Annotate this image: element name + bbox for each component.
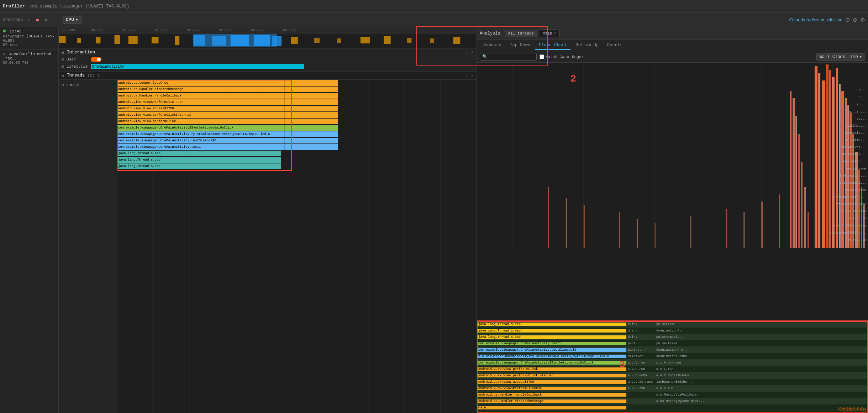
flame-chart-area[interactable]: o... d... in... in...in... se... rCallRo… (477, 63, 868, 413)
flame-block-click-internal: android.view.View.performClickInternal (117, 112, 285, 118)
flame-block-lambda0: com.example.viewpager.OneMainActivity.te… (117, 138, 285, 143)
threads-content: ⊟ ∨ main androis.os.Looper.loopOnce (59, 80, 477, 413)
tick-4: 02.000 (187, 28, 200, 32)
thread-flame-area[interactable]: androis.os.Looper.loopOnce androis.os.Ha… (117, 80, 477, 413)
detail-col3-2: dcAnimationCtr... (655, 329, 868, 333)
tab-events[interactable]: Events (604, 41, 626, 50)
stop-button[interactable]: ■ (35, 16, 40, 23)
svg-text:in...in...: in...in... (847, 110, 866, 114)
tab-close-icon[interactable]: × (554, 32, 556, 36)
close-button[interactable]: × (43, 16, 49, 23)
detail-row-5: com.example.viewpager.OneMainActivity.te… (477, 347, 868, 353)
analysis-label: Analysis (480, 31, 500, 36)
settings-icon[interactable]: ⚙ (860, 16, 865, 23)
match-case-label[interactable]: Match Case (540, 54, 569, 59)
detail-method-12: android.os.Handler.handleCallback (477, 393, 626, 397)
tab-summary[interactable]: Summary (480, 41, 505, 50)
svg-text:doAnimatic...: doAnimatic... (841, 160, 866, 163)
detail-method-9: android.v.ew.View.perfor-nClick.nterner (477, 374, 626, 377)
threads-chevron-icon[interactable]: ∧ (471, 73, 474, 78)
cpu-usage-svg (59, 34, 477, 47)
svg-rect-45 (829, 70, 831, 248)
threads-header: ⊟ Threads (2) ? ⋮ ∧ (59, 72, 477, 80)
threads-title: Threads (67, 73, 85, 78)
svg-rect-3 (96, 37, 100, 43)
svg-rect-30 (477, 63, 868, 248)
detail-method-14: main (477, 406, 626, 409)
tick-5: 02.500 (219, 28, 232, 32)
app-subtitle: com.example.viewpager (HUAWEI TAS-AL00) (29, 4, 129, 9)
lifecycle-row: ⊟ Lifecycle OneMainActivity (62, 63, 474, 70)
search-wrapper[interactable]: 🔍 (480, 53, 537, 61)
flame-block-dispatch: androis.os.Handler.dispatchMessage (117, 87, 285, 92)
detail-col3-10: lambda$new$0$Cho... (655, 380, 868, 384)
flame-block-blue11b (285, 144, 338, 150)
tab-all-threads[interactable]: All threads (505, 30, 538, 37)
detail-method-7: com.example.viewpager.OneMainActivity$Sy… (477, 361, 626, 365)
detail-row-1: java.lang.Thread.s.eep d:inv pulseFrame (477, 321, 868, 328)
detail-col3-11: e.v.C.run (655, 387, 868, 390)
detail-col2-8: a.v.C.run (626, 367, 655, 371)
search-input[interactable] (489, 55, 532, 59)
detail-col3-7: c.z.A.do-rame (655, 361, 868, 365)
flame-block-blue10b (285, 138, 338, 143)
svg-rect-68 (619, 212, 620, 248)
detail-col2-7: a.v.V.run (626, 361, 655, 365)
time-display: 15:45 viewpager (HUAWEI TAS-AL00) 57 sec (0, 27, 58, 49)
tab-flame-chart[interactable]: Flame Chart (535, 41, 570, 50)
tab-main-thread[interactable]: main × (539, 30, 559, 37)
match-case-checkbox[interactable] (540, 54, 544, 59)
flame-block-access: android.view.View.access$3700 (117, 106, 285, 111)
threads-more-icon[interactable]: ⋮ (464, 73, 468, 78)
threads-help-icon[interactable]: ? (98, 73, 100, 78)
svg-rect-10 (231, 35, 249, 46)
detail-method-8: android.v.ew.View.perfor-mClick (477, 367, 626, 371)
svg-rect-66 (566, 198, 567, 248)
tab-top-down[interactable]: Top Down (506, 41, 534, 50)
tab-bottom-up[interactable]: Bottom Up (572, 41, 602, 50)
svg-text:c.z.A.do-rame: c.z.A.do-rame (841, 210, 866, 213)
wall-clock-selector[interactable]: Wall Clock Time ▾ (816, 53, 865, 61)
app-title: Profiler (3, 4, 25, 9)
back-button[interactable]: ← (52, 16, 60, 23)
user-row: ⊟ User (62, 56, 474, 63)
detail-col2-11: a.v.C.run (626, 387, 655, 390)
add-session-button[interactable]: + (26, 16, 32, 23)
user-toggle[interactable] (91, 57, 101, 62)
lifecycle-bar-label: OneMainActivity (92, 65, 124, 69)
zoom-in-icon[interactable]: ⊕ (853, 16, 857, 23)
detail-method-10: android.v.ew.View.access$3700 (477, 380, 626, 384)
flame-block-click: android.view.View.performClick (117, 119, 285, 124)
flame-row-13: java.lang.Thread.s.oop (117, 157, 477, 163)
detail-row-2: java.lang.Thread.s.eep d:inv dcAnimation… (477, 328, 868, 334)
tick-2: 01.000 (123, 28, 136, 32)
zoom-out-icon[interactable]: ⊖ (845, 16, 850, 23)
detail-col2-1: d:inv (626, 323, 655, 326)
flame-row-5: android.view.View.access$3700 (117, 105, 477, 112)
sub-tabs: Summary Top Down Flame Chart Bottom Up E… (477, 40, 868, 51)
trace-item[interactable]: ⊙ Java/Kotlin Method Trac... 00:00:05.73… (0, 49, 58, 67)
cpu-usage-bar (59, 34, 477, 47)
svg-rect-16 (361, 37, 370, 43)
thread-label-area: ⊟ ∨ main (59, 80, 117, 413)
svg-rect-9 (212, 36, 226, 46)
interaction-chevron-icon[interactable]: ∧ (471, 50, 474, 55)
flame-row-2: androis.os.Handler.dispatchMessage (117, 86, 477, 93)
flame-rows: androis.os.Looper.loopOnce androis.os.Ha… (117, 80, 477, 169)
timeline-ruler[interactable]: 00.000 00.500 01.000 01.500 02.000 02.50… (59, 27, 477, 34)
flame-row-11: com.example.viewpager.OneMainActivity.te… (117, 144, 477, 150)
cpu-selector[interactable]: CPU ▾ (63, 16, 81, 24)
tab-main-label: main (543, 31, 552, 36)
flame-block-blue9b (285, 131, 338, 137)
clear-thread-button[interactable]: Clear thread/event selection (789, 17, 842, 22)
flame-row-14: java.lang.Thread.s.eep (117, 163, 477, 169)
interaction-more-icon[interactable]: ⋮ (464, 50, 468, 55)
detail-method-6: c.e.viewpager.OneMainActivity.$r8$lambda… (477, 355, 626, 358)
detail-col3-13: a.os.MessageQueue.next... (655, 399, 868, 403)
detail-method-1: java.lang.Thread.s.eep (477, 323, 626, 326)
flame-block-orange6b (285, 112, 338, 118)
thread-expand-icon[interactable]: ⊟ ∨ (62, 83, 69, 87)
svg-text:pulseFrame: pulseFrame (847, 167, 866, 171)
svg-rect-17 (384, 36, 391, 44)
svg-rect-43 (822, 80, 825, 248)
